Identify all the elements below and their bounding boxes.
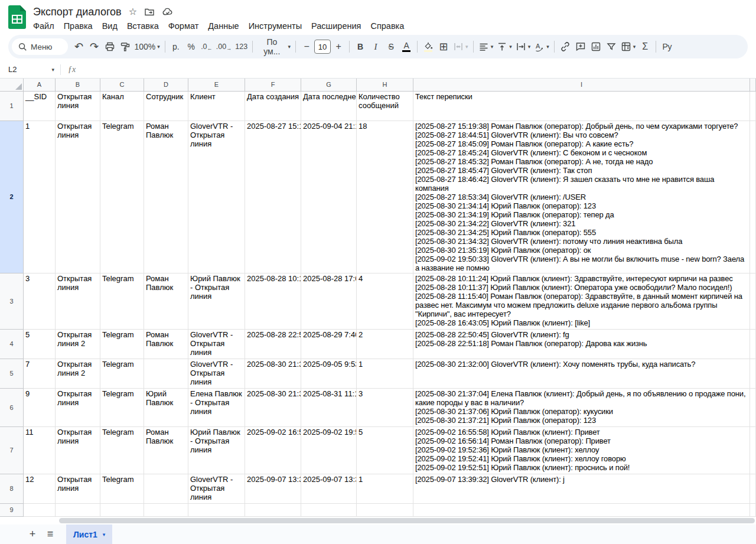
cell-C1[interactable]: Канал — [100, 92, 144, 121]
cell-E4[interactable]: GloverVTR - Открытая линия — [188, 330, 245, 359]
decrease-font-size-button[interactable]: − — [299, 38, 314, 55]
row-header-3[interactable]: 3 — [0, 273, 24, 330]
cell-B2[interactable]: Открытая линия — [56, 121, 100, 273]
cell-D7[interactable]: Роман Павлюк — [144, 427, 188, 474]
cell-G5[interactable]: 2025-09-05 9:53 — [301, 359, 357, 389]
cell-F5[interactable]: 2025-08-30 21:3 — [245, 359, 301, 389]
cell-D5[interactable] — [144, 359, 188, 389]
menu-extensions[interactable]: Расширения — [307, 20, 365, 32]
cell-F4[interactable]: 2025-08-28 22:5 — [245, 330, 301, 359]
select-all-corner[interactable] — [0, 79, 24, 92]
menu-tools[interactable]: Инструменты — [245, 20, 306, 32]
row-header-9[interactable]: 9 — [0, 504, 24, 517]
cell-B3[interactable]: Открытая линия — [56, 273, 100, 330]
cell-D8[interactable] — [144, 474, 188, 504]
menu-format[interactable]: Формат — [164, 20, 203, 32]
menu-data[interactable]: Данные — [204, 20, 243, 32]
col-header-F[interactable]: F — [245, 79, 301, 92]
cell-C5[interactable]: Telegram — [100, 359, 144, 389]
more-formats-button[interactable]: 123 — [233, 38, 249, 55]
decrease-decimal-button[interactable]: .0← — [199, 38, 214, 55]
cell-H9[interactable] — [357, 504, 413, 517]
cell-sliver-6[interactable] — [750, 389, 756, 427]
cell-G8[interactable]: 2025-09-07 13:3 — [301, 474, 357, 504]
cell-sliver-3[interactable] — [750, 273, 756, 330]
currency-format-button[interactable]: р. — [168, 38, 184, 55]
cell-G2[interactable]: 2025-09-04 21:1 — [301, 121, 357, 273]
cell-B4[interactable]: Открытая линия 2 — [56, 330, 100, 359]
document-title[interactable]: Экспорт диалогов — [33, 6, 122, 18]
cell-I6[interactable]: [2025-08-30 21:37:04] Елена Павлюк (клие… — [413, 389, 750, 427]
cell-I3[interactable]: [2025-08-28 10:11:24] Юрий Павлюк (клиен… — [413, 273, 750, 330]
cell-D1[interactable]: Сотрудник — [144, 92, 188, 121]
cell-A9[interactable] — [24, 504, 56, 517]
cell-D6[interactable]: Юрий Павлюк — [144, 389, 188, 427]
text-rotation-button[interactable]: A ▾ — [532, 38, 551, 55]
menu-insert[interactable]: Вставка — [123, 20, 163, 32]
cell-D3[interactable]: Роман Павлюк — [144, 273, 188, 330]
zoom-select[interactable]: 100% ▾ — [133, 38, 162, 55]
row-header-8[interactable]: 8 — [0, 474, 24, 504]
cell-A1[interactable]: __SID — [24, 92, 56, 121]
cell-E3[interactable]: Юрий Павлюк - Открытая линия — [188, 273, 245, 330]
cell-B8[interactable]: Открытая линия — [56, 474, 100, 504]
cell-A2[interactable]: 1 — [24, 121, 56, 273]
cell-F2[interactable]: 2025-08-27 15:1 — [245, 121, 301, 273]
menu-edit[interactable]: Правка — [60, 20, 97, 32]
cell-A7[interactable]: 11 — [24, 427, 56, 474]
insert-comment-button[interactable] — [573, 38, 588, 55]
increase-font-size-button[interactable]: + — [331, 38, 346, 55]
star-icon[interactable]: ☆ — [129, 7, 137, 17]
percent-format-button[interactable]: % — [184, 38, 199, 55]
add-sheet-button[interactable]: + — [24, 526, 41, 543]
cell-C8[interactable]: Telegram — [100, 474, 144, 504]
sheet-tab-list1[interactable]: Лист1 ▾ — [66, 525, 112, 544]
paint-format-button[interactable] — [118, 38, 133, 55]
cell-A6[interactable]: 9 — [24, 389, 56, 427]
cell-A4[interactable]: 5 — [24, 330, 56, 359]
functions-button[interactable]: Σ — [637, 38, 653, 55]
cell-H6[interactable]: 3 — [357, 389, 413, 427]
cell-D9[interactable] — [144, 504, 188, 517]
name-box[interactable]: L2 ▾ — [8, 65, 54, 74]
cell-I5[interactable]: [2025-08-30 21:32:00] GloverVTR (клиент)… — [413, 359, 750, 389]
cell-G3[interactable]: 2025-08-28 17:0 — [301, 273, 357, 330]
row-header-6[interactable]: 6 — [0, 389, 24, 427]
text-color-button[interactable]: A — [399, 38, 414, 55]
cell-I4[interactable]: [2025-08-28 22:50:45] GloverVTR (клиент)… — [413, 330, 750, 359]
all-sheets-button[interactable]: ≡ — [41, 526, 59, 543]
cell-A5[interactable]: 7 — [24, 359, 56, 389]
cell-sliver-1[interactable] — [750, 92, 756, 121]
cell-D4[interactable]: Роман Павлюк — [144, 330, 188, 359]
toolbar-search[interactable]: Меню — [12, 38, 68, 55]
cell-F7[interactable]: 2025-09-02 16:5 — [245, 427, 301, 474]
strikethrough-button[interactable]: S — [383, 38, 399, 55]
col-header-E[interactable]: E — [188, 79, 245, 92]
cell-F8[interactable]: 2025-09-07 13:3 — [245, 474, 301, 504]
insert-link-button[interactable] — [558, 38, 573, 55]
borders-button[interactable]: ⊞ — [436, 38, 451, 55]
fill-color-button[interactable] — [421, 38, 436, 55]
cell-B7[interactable]: Открытая линия — [56, 427, 100, 474]
cell-F3[interactable]: 2025-08-28 10:1 — [245, 273, 301, 330]
cell-D2[interactable]: Роман Павлюк — [144, 121, 188, 273]
text-wrap-button[interactable]: ▾ — [514, 38, 533, 55]
row-header-4[interactable]: 4 — [0, 330, 24, 359]
cell-B9[interactable] — [56, 504, 100, 517]
col-header-A[interactable]: A — [24, 79, 56, 92]
cell-G6[interactable]: 2025-08-31 11:1 — [301, 389, 357, 427]
cell-C9[interactable] — [100, 504, 144, 517]
increase-decimal-button[interactable]: .00→ — [214, 38, 233, 55]
cell-C7[interactable]: Telegram — [100, 427, 144, 474]
input-tools-button[interactable]: Ру — [659, 38, 674, 55]
cell-E5[interactable]: GloverVTR - Открытая линия — [188, 359, 245, 389]
cell-E8[interactable]: GloverVTR - Открытая линия — [188, 474, 245, 504]
vertical-align-button[interactable]: ▾ — [495, 38, 514, 55]
cell-I7[interactable]: [2025-09-02 16:55:58] Юрий Павлюк (клиен… — [413, 427, 750, 474]
filter-views-button[interactable]: ▾ — [619, 38, 638, 55]
italic-button[interactable]: I — [368, 38, 383, 55]
cell-E6[interactable]: Елена Павлюк - Открытая линия — [188, 389, 245, 427]
fx-icon[interactable]: ƒx — [68, 65, 76, 74]
cell-sliver-8[interactable] — [750, 474, 756, 504]
cell-A3[interactable]: 3 — [24, 273, 56, 330]
